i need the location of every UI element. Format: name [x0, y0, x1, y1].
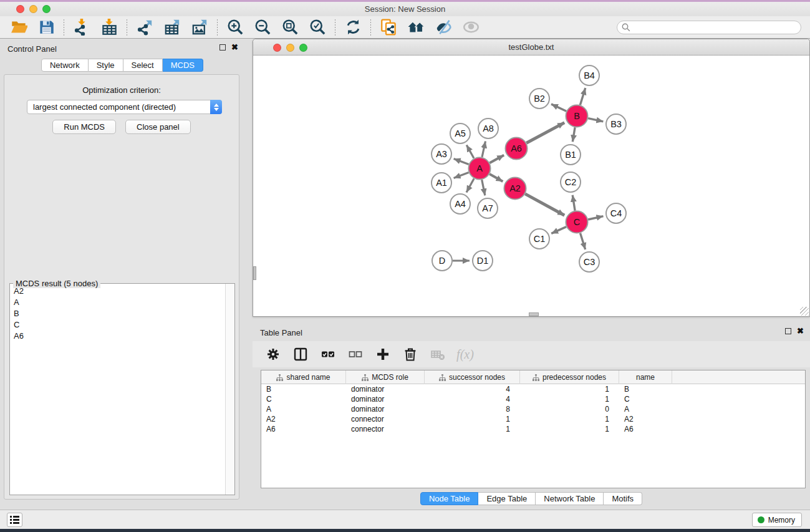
graph-edge[interactable]: [466, 145, 474, 158]
zoom-fit-button[interactable]: [276, 17, 304, 37]
graph-node-C2[interactable]: C2: [561, 172, 581, 192]
graph-node-C1[interactable]: C1: [529, 229, 549, 249]
minimize-window-button[interactable]: [29, 5, 37, 13]
show-column-button[interactable]: [290, 344, 311, 364]
close-window-button[interactable]: [16, 5, 24, 13]
table-row[interactable]: Cdominator41C: [261, 394, 805, 404]
graph-edge[interactable]: [482, 180, 485, 195]
tab-node-table[interactable]: Node Table: [420, 492, 479, 505]
network-graph-svg[interactable]: B4B2BB3A8A5A6A3B1AA1C2A2A4A7C4CC1DD1C3: [253, 56, 809, 316]
open-session-button[interactable]: [5, 17, 32, 37]
zoom-selected-button[interactable]: [304, 17, 331, 37]
table-row[interactable]: Adominator80A: [261, 404, 805, 414]
tab-select[interactable]: Select: [123, 59, 163, 72]
graph-edge[interactable]: [489, 155, 504, 163]
graph-edge[interactable]: [581, 233, 586, 249]
graph-edge[interactable]: [454, 173, 469, 178]
tab-network[interactable]: Network: [41, 59, 89, 72]
table-row[interactable]: A2connector11A2: [261, 414, 805, 424]
graph-node-B1[interactable]: B1: [561, 145, 581, 165]
graph-edge[interactable]: [454, 158, 469, 164]
zoom-window-button[interactable]: [42, 5, 51, 13]
close-panel-button[interactable]: Close panel: [125, 120, 191, 134]
column-header-MCDS-role[interactable]: MCDS role: [346, 370, 425, 384]
create-column-button[interactable]: [372, 344, 393, 364]
function-builder-button[interactable]: f(x): [455, 344, 476, 364]
first-neighbors-button[interactable]: [402, 17, 430, 37]
graph-node-B4[interactable]: B4: [579, 65, 599, 85]
graph-edge[interactable]: [525, 194, 564, 215]
graph-node-A7[interactable]: A7: [478, 198, 498, 218]
window-resize-grip[interactable]: [800, 307, 809, 316]
network-window-titlebar[interactable]: testGlobe.txt: [253, 39, 809, 56]
graph-node-A4[interactable]: A4: [450, 194, 470, 214]
delete-column-button[interactable]: [400, 344, 421, 364]
mcds-result-item[interactable]: A6: [10, 330, 226, 341]
close-panel-icon[interactable]: ✖: [231, 44, 238, 51]
table-row[interactable]: A6connector11A6: [261, 424, 805, 434]
export-image-button[interactable]: [186, 17, 213, 37]
graph-node-B2[interactable]: B2: [529, 89, 549, 109]
export-table-button[interactable]: [158, 17, 186, 37]
graph-edge[interactable]: [588, 216, 603, 220]
float-panel-icon[interactable]: [785, 328, 791, 334]
run-mcds-button[interactable]: Run MCDS: [52, 120, 116, 134]
network-zoom-button[interactable]: [299, 44, 307, 52]
select-all-columns-button[interactable]: [317, 344, 339, 364]
mcds-result-item[interactable]: B: [10, 307, 226, 319]
column-header-name[interactable]: name: [619, 370, 672, 384]
mcds-result-item[interactable]: C: [10, 319, 226, 330]
mcds-result-item[interactable]: A2: [10, 285, 226, 296]
graph-node-B[interactable]: B: [566, 105, 588, 127]
graph-node-A2[interactable]: A2: [504, 178, 526, 200]
graph-edge[interactable]: [588, 118, 603, 122]
graph-edge[interactable]: [489, 174, 503, 181]
graph-node-A[interactable]: A: [469, 158, 491, 180]
network-canvas[interactable]: B4B2BB3A8A5A6A3B1AA1C2A2A4A7C4CC1DD1C3: [253, 56, 809, 316]
table-options-button[interactable]: [263, 344, 284, 364]
tab-edge-table[interactable]: Edge Table: [478, 492, 536, 505]
graph-node-D[interactable]: D: [432, 251, 452, 271]
graph-node-A5[interactable]: A5: [450, 123, 470, 143]
graph-edge[interactable]: [580, 88, 585, 105]
column-header-predecessor-nodes[interactable]: predecessor nodes: [520, 370, 619, 384]
zoom-out-button[interactable]: [249, 17, 276, 37]
graph-edge[interactable]: [466, 178, 474, 192]
graph-node-A6[interactable]: A6: [506, 138, 528, 160]
column-header-shared-name[interactable]: shared name: [261, 370, 346, 384]
canvas-horizontal-scrollbar[interactable]: [529, 312, 539, 316]
graph-edge[interactable]: [482, 142, 486, 157]
zoom-in-button[interactable]: [221, 17, 249, 37]
canvas-vertical-scrollbar[interactable]: [253, 266, 256, 280]
hide-selected-button[interactable]: [430, 17, 457, 37]
graph-node-C[interactable]: C: [566, 211, 588, 233]
tab-network-table[interactable]: Network Table: [536, 492, 604, 505]
tab-mcds[interactable]: MCDS: [163, 59, 203, 72]
result-list-scrollbar[interactable]: [225, 284, 234, 495]
float-panel-icon[interactable]: [219, 44, 226, 51]
close-panel-icon[interactable]: ✖: [797, 328, 804, 334]
graph-node-B3[interactable]: B3: [606, 114, 626, 134]
show-task-history-button[interactable]: [7, 513, 22, 527]
graph-edge[interactable]: [551, 227, 566, 234]
graph-node-C3[interactable]: C3: [579, 252, 599, 272]
tab-motifs[interactable]: Motifs: [604, 492, 642, 505]
save-session-button[interactable]: [32, 17, 60, 37]
table-row[interactable]: Bdominator41B: [261, 384, 805, 394]
graph-node-A3[interactable]: A3: [432, 144, 451, 164]
graph-edge[interactable]: [526, 123, 564, 143]
mcds-result-item[interactable]: A: [10, 296, 226, 307]
delete-table-button[interactable]: [427, 344, 448, 364]
network-close-button[interactable]: [273, 44, 281, 52]
search-input[interactable]: [617, 21, 801, 34]
show-graphics-details-button[interactable]: [457, 17, 485, 37]
graph-node-C4[interactable]: C4: [606, 203, 626, 223]
import-network-button[interactable]: [68, 17, 95, 37]
memory-button[interactable]: Memory: [752, 513, 802, 527]
graph-node-A8[interactable]: A8: [478, 118, 498, 138]
new-network-from-selection-button[interactable]: [375, 17, 402, 37]
column-header-successor-nodes[interactable]: successor nodes: [425, 370, 520, 384]
criterion-dropdown[interactable]: largest connected component (directed): [27, 100, 222, 114]
tab-style[interactable]: Style: [89, 59, 123, 72]
graph-edge[interactable]: [572, 195, 575, 211]
